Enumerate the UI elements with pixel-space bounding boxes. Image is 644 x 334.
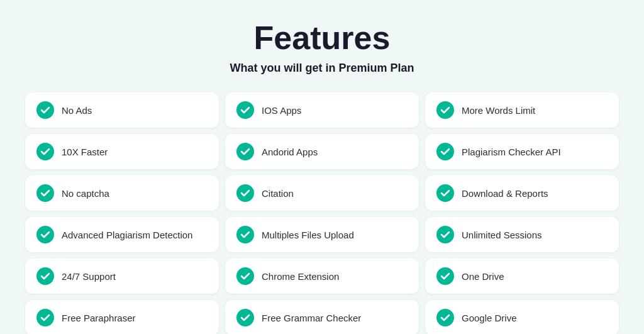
feature-item-chrome-extension: Chrome Extension: [225, 259, 419, 294]
feature-label: Google Drive: [462, 313, 517, 323]
feature-label: Free Grammar Checker: [262, 313, 361, 323]
check-icon: [36, 226, 54, 243]
feature-item-citation: Citation: [225, 175, 419, 211]
feature-label: Plagiarism Checker API: [462, 147, 561, 157]
page-title: Features: [25, 19, 619, 57]
page-container: Features What you will get in Premium Pl…: [0, 0, 644, 334]
feature-label: More Words Limit: [462, 105, 535, 116]
feature-label: Download & Reports: [462, 188, 548, 199]
feature-item-download-reports: Download & Reports: [425, 175, 619, 211]
feature-item-advanced-plagiarism: Advanced Plagiarism Detection: [25, 217, 219, 252]
feature-item-support: 24/7 Support: [25, 259, 219, 294]
feature-label: 10X Faster: [62, 147, 108, 157]
feature-item-paraphraser: Free Paraphraser: [25, 300, 219, 334]
check-icon: [236, 184, 254, 202]
feature-item-grammar-checker: Free Grammar Checker: [225, 300, 419, 334]
feature-label: Advanced Plagiarism Detection: [62, 230, 192, 240]
feature-label: IOS Apps: [262, 105, 301, 116]
check-icon: [36, 267, 54, 285]
feature-label: 24/7 Support: [62, 271, 116, 282]
feature-label: Multiples Files Upload: [262, 230, 354, 240]
feature-item-google-drive: Google Drive: [425, 300, 619, 334]
features-grid: No Ads IOS Apps More Words Limit 10X Fas…: [25, 92, 619, 334]
feature-item-one-drive: One Drive: [425, 259, 619, 294]
check-icon: [236, 226, 254, 243]
check-icon: [36, 143, 54, 160]
feature-item-ios-apps: IOS Apps: [225, 92, 419, 128]
feature-label: Andorid Apps: [262, 147, 318, 157]
feature-item-no-ads: No Ads: [25, 92, 219, 128]
feature-label: Free Paraphraser: [62, 313, 136, 323]
feature-item-plagiarism-api: Plagiarism Checker API: [425, 134, 619, 169]
check-icon: [36, 309, 54, 326]
feature-item-faster: 10X Faster: [25, 134, 219, 169]
check-icon: [236, 101, 254, 119]
feature-item-no-captcha: No captcha: [25, 175, 219, 211]
feature-label: No Ads: [62, 105, 92, 116]
check-icon: [236, 309, 254, 326]
feature-label: No captcha: [62, 188, 109, 199]
check-icon: [36, 184, 54, 202]
feature-item-android-apps: Andorid Apps: [225, 134, 419, 169]
feature-item-multiples-files: Multiples Files Upload: [225, 217, 419, 252]
check-icon: [436, 309, 454, 326]
feature-label: Chrome Extension: [262, 271, 339, 282]
check-icon: [236, 143, 254, 160]
check-icon: [36, 101, 54, 119]
feature-label: One Drive: [462, 271, 504, 282]
feature-item-unlimited-sessions: Unlimited Sessions: [425, 217, 619, 252]
page-subtitle: What you will get in Premium Plan: [25, 62, 619, 75]
check-icon: [436, 143, 454, 160]
check-icon: [436, 184, 454, 202]
check-icon: [236, 267, 254, 285]
feature-label: Citation: [262, 188, 294, 199]
feature-item-more-words-limit: More Words Limit: [425, 92, 619, 128]
feature-label: Unlimited Sessions: [462, 230, 542, 240]
check-icon: [436, 267, 454, 285]
check-icon: [436, 101, 454, 119]
check-icon: [436, 226, 454, 243]
